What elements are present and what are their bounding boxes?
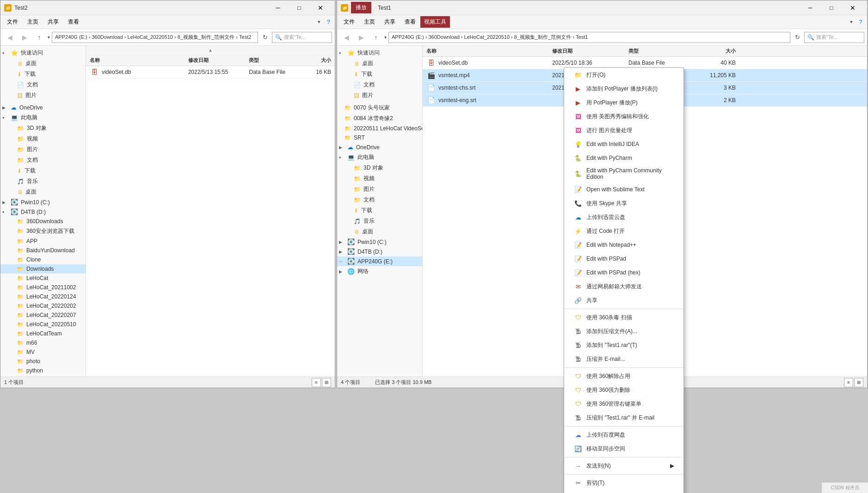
r-sidebar-item-lhcvideo[interactable]: 📁20220511 LeHoCat VideoSet bbox=[337, 124, 422, 133]
sidebar-item-docs[interactable]: 📄 文档 bbox=[0, 79, 86, 90]
sidebar-item-clone[interactable]: 📁Clone bbox=[0, 255, 86, 264]
right-recent-button[interactable]: ▾ bbox=[384, 35, 387, 40]
left-address-path[interactable]: APP240G (E:) › 360Download › LeHoCat_202… bbox=[52, 32, 258, 43]
left-tab-file[interactable]: 文件 bbox=[2, 16, 23, 28]
sidebar-item-mv[interactable]: 📁MV bbox=[0, 347, 86, 357]
col-name-header[interactable]: 名称 bbox=[86, 57, 188, 64]
ctx-xunlei-cloud[interactable]: ☁上传到迅雷云盘 bbox=[564, 210, 683, 224]
left-refresh-button[interactable]: ↻ bbox=[260, 32, 270, 43]
ctx-send-to[interactable]: → 发送到(N) ▶ bbox=[564, 459, 683, 473]
r-col-type-header[interactable]: 类型 bbox=[628, 48, 702, 55]
left-scroll-up[interactable]: ▲ bbox=[86, 46, 335, 55]
left-tab-share[interactable]: 共享 bbox=[43, 16, 63, 28]
r-sidebar-item-dl[interactable]: ⬇下载 bbox=[337, 205, 422, 216]
ctx-360manage-ctx[interactable]: 🛡使用 360管理右键菜单 bbox=[564, 397, 683, 411]
left-close-button[interactable]: ✕ bbox=[310, 0, 331, 15]
ctx-compress-email[interactable]: 🗜压缩并 E-mail... bbox=[564, 352, 683, 366]
left-expand-ribbon-button[interactable]: ▾ bbox=[314, 18, 324, 27]
ctx-baidu-upload[interactable]: ☁上传到百度网盘 bbox=[564, 428, 683, 442]
right-tab-home[interactable]: 主页 bbox=[359, 16, 380, 28]
ctx-360scan[interactable]: 🛡使用 360杀毒 扫描 bbox=[564, 310, 683, 324]
sidebar-item-lhc202[interactable]: 📁LeHoCat_20220202 bbox=[0, 301, 86, 310]
right-tab-video-tools[interactable]: 视频工具 bbox=[420, 16, 450, 28]
sidebar-item-pwin10[interactable]: ▶ 💽 Pwin10 (C:) bbox=[0, 197, 86, 207]
sidebar-item-3d[interactable]: 📁3D 对象 bbox=[0, 123, 86, 134]
sidebar-item-lhc2011[interactable]: 📁LeHoCat_20211002 bbox=[0, 283, 86, 292]
ctx-add-test1rar[interactable]: 🗜添加到 "Test1.rar"(T) bbox=[564, 338, 683, 352]
ctx-pycharm[interactable]: 🐍Edit with PyCharm bbox=[564, 151, 683, 165]
right-expand-ribbon-button[interactable]: ▾ bbox=[847, 18, 856, 27]
sidebar-item-baidu[interactable]: 📁BaiduYunDownload bbox=[0, 246, 86, 255]
ctx-intellij[interactable]: 💡Edit with IntelliJ IDEA bbox=[564, 137, 683, 151]
ctx-share[interactable]: 🔗共享 bbox=[564, 293, 683, 307]
r-sidebar-item-app240g[interactable]: ─ 💽 APP240G (E:) bbox=[337, 256, 422, 266]
right-back-button[interactable]: ◀ bbox=[340, 31, 353, 44]
left-recent-button[interactable]: ▾ bbox=[48, 35, 50, 40]
left-detail-view-button[interactable]: ⊞ bbox=[322, 378, 331, 387]
sidebar-item-onedrive[interactable]: ▶ ☁ OneDrive bbox=[0, 103, 86, 112]
sidebar-item-lhc207[interactable]: 📁LeHoCat_20220207 bbox=[0, 310, 86, 320]
ctx-meitu[interactable]: 🖼使用 美图秀秀编辑和强化 bbox=[564, 110, 683, 123]
right-forward-button[interactable]: ▶ bbox=[355, 31, 368, 44]
ctx-add-archive[interactable]: 🗜添加到压缩文件(A)... bbox=[564, 324, 683, 338]
sidebar-item-this-pc[interactable]: ▾ 💻 此电脑 bbox=[0, 112, 86, 123]
r-sidebar-item-docs[interactable]: 📄 文档 bbox=[337, 79, 422, 90]
sidebar-item-quick-access[interactable]: ▾ ⭐ 快速访问 bbox=[0, 48, 86, 58]
sidebar-item-dl[interactable]: ⬇下载 bbox=[0, 165, 86, 176]
sidebar-item-documents[interactable]: 📁文档 bbox=[0, 155, 86, 165]
sidebar-item-lhcteam[interactable]: 📁LeHoCatTeam bbox=[0, 329, 86, 338]
r-sidebar-item-3d[interactable]: 📁3D 对象 bbox=[337, 163, 422, 173]
sidebar-item-video[interactable]: 📁视频 bbox=[0, 134, 86, 144]
ctx-360unlock[interactable]: 🛡使用 360解除占用 bbox=[564, 369, 683, 383]
r-sidebar-item-desktop[interactable]: 🖥 桌面 bbox=[337, 58, 422, 69]
right-refresh-button[interactable]: ↻ bbox=[792, 32, 802, 43]
ctx-vscode[interactable]: ⚡通过 Code 打开 bbox=[564, 224, 683, 238]
right-search-box[interactable]: 🔍 搜索"Te... bbox=[804, 32, 864, 43]
left-forward-button[interactable]: ▶ bbox=[18, 31, 31, 44]
col-size-header[interactable]: 大小 bbox=[302, 57, 335, 64]
left-search-box[interactable]: 🔍 搜索"Te... bbox=[272, 32, 332, 43]
right-minimize-button[interactable]: ─ bbox=[800, 0, 821, 15]
ctx-move-sync[interactable]: 🔄移动至同步空间 bbox=[564, 442, 683, 456]
r-sidebar-item-this-pc[interactable]: ▾ 💻 此电脑 bbox=[337, 152, 422, 163]
ctx-compress-test1-email[interactable]: 🗜压缩到 "Test1.rar" 并 E-mail bbox=[564, 411, 683, 425]
ctx-pycharm-ce[interactable]: 🐍Edit with PyCharm Community Edition bbox=[564, 165, 683, 183]
left-minimize-button[interactable]: ─ bbox=[267, 0, 289, 15]
r-sidebar-item-0070[interactable]: 📁0070 头号玩家 bbox=[337, 103, 422, 113]
r-col-name-header[interactable]: 名称 bbox=[423, 48, 552, 55]
sidebar-item-pictures[interactable]: 🖼 图片 bbox=[0, 90, 86, 101]
r-sidebar-item-documents[interactable]: 📁文档 bbox=[337, 195, 422, 205]
ctx-sublime[interactable]: 📝Open with Sublime Text bbox=[564, 183, 683, 196]
right-help-button[interactable]: ? bbox=[856, 18, 865, 27]
ctx-play-potplayer[interactable]: ▶用 PotPlayer 播放(P) bbox=[564, 96, 683, 110]
sidebar-item-downloads[interactable]: ⬇ 下载 bbox=[0, 69, 86, 79]
sidebar-item-d4tb[interactable]: ▾ 💽 D4TB (D:) bbox=[0, 207, 86, 217]
r-sidebar-item-d4tb[interactable]: ▶ 💽 D4TB (D:) bbox=[337, 247, 422, 256]
r-sidebar-item-pictures[interactable]: 🖼 图片 bbox=[337, 90, 422, 101]
ctx-notepadpp[interactable]: 📝Edit with Notepad++ bbox=[564, 238, 683, 252]
sidebar-item-python[interactable]: 📁python bbox=[0, 366, 86, 375]
r-sidebar-item-network[interactable]: ▶ 🌐 网络 bbox=[337, 266, 422, 277]
r-sidebar-item-music[interactable]: 🎵音乐 bbox=[337, 216, 422, 226]
sidebar-item-360downloads[interactable]: 📁360Downloads bbox=[0, 217, 86, 226]
left-back-button[interactable]: ◀ bbox=[3, 31, 16, 44]
ctx-copy[interactable]: 📋复制(C) bbox=[564, 490, 683, 493]
right-maximize-button[interactable]: □ bbox=[821, 0, 842, 15]
ctx-pspad[interactable]: 📝Edit with PSPad bbox=[564, 252, 683, 266]
r-sidebar-item-downloads[interactable]: ⬇ 下载 bbox=[337, 69, 422, 79]
right-list-view-button[interactable]: ≡ bbox=[844, 378, 853, 387]
right-detail-view-button[interactable]: ⊞ bbox=[854, 378, 863, 387]
left-up-button[interactable]: ↑ bbox=[33, 31, 46, 44]
right-tab-file[interactable]: 文件 bbox=[339, 16, 359, 28]
left-list-view-button[interactable]: ≡ bbox=[312, 378, 321, 387]
right-title-play-tab[interactable]: 播放 bbox=[351, 2, 371, 13]
left-help-button[interactable]: ? bbox=[324, 18, 333, 27]
sidebar-item-desktop[interactable]: 🖥 桌面 bbox=[0, 58, 86, 69]
col-type-header[interactable]: 类型 bbox=[249, 57, 302, 64]
r-sidebar-item-desk2[interactable]: 🖥桌面 bbox=[337, 226, 422, 237]
ctx-cut[interactable]: ✂剪切(T) bbox=[564, 476, 683, 490]
left-tab-home[interactable]: 主页 bbox=[23, 16, 43, 28]
ctx-add-potplayer[interactable]: ▶添加到 PotPlayer 播放列表(I) bbox=[564, 82, 683, 96]
ctx-open[interactable]: 📁打开(O) bbox=[564, 68, 683, 82]
sidebar-item-lehocat[interactable]: 📁LeHoCat bbox=[0, 274, 86, 283]
